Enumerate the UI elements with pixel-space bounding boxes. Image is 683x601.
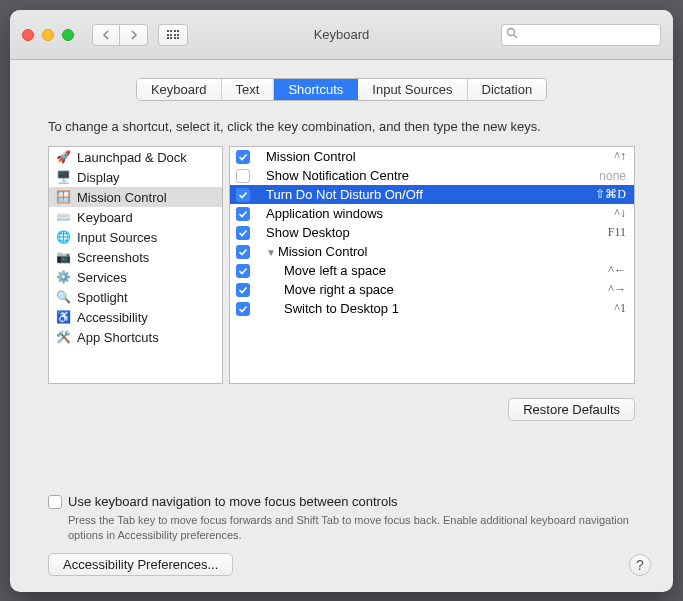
show-all-button[interactable] [158, 24, 188, 46]
accessibility-preferences-button[interactable]: Accessibility Preferences... [48, 553, 233, 576]
tab-shortcuts[interactable]: Shortcuts [274, 79, 358, 100]
instruction-text: To change a shortcut, select it, click t… [48, 119, 635, 134]
shortcut-row[interactable]: Switch to Desktop 1^1 [230, 299, 634, 318]
shortcut-checkbox[interactable] [236, 226, 250, 240]
shortcut-keys[interactable]: ^↑ [614, 149, 626, 164]
shortcut-keys[interactable]: ⇧⌘D [595, 187, 626, 202]
sidebar-item-label: Input Sources [77, 230, 157, 245]
shortcut-label: Show Notification Centre [258, 168, 591, 183]
chevron-left-icon [102, 30, 110, 40]
shortcut-label: Switch to Desktop 1 [258, 301, 606, 316]
spotlight-icon: 🔍 [55, 289, 71, 305]
mission-control-icon: 🪟 [55, 189, 71, 205]
shortcut-keys[interactable]: none [599, 169, 626, 183]
shortcut-checkbox[interactable] [236, 188, 250, 202]
sidebar-item-input-sources[interactable]: 🌐Input Sources [49, 227, 222, 247]
grid-icon [167, 30, 180, 39]
shortcut-keys[interactable]: F11 [608, 225, 626, 240]
system-preferences-window: Keyboard KeyboardTextShortcutsInput Sour… [10, 10, 673, 592]
shortcut-checkbox[interactable] [236, 283, 250, 297]
close-window-button[interactable] [22, 29, 34, 41]
forward-button[interactable] [120, 24, 148, 46]
search-icon [506, 27, 518, 42]
shortcut-row[interactable]: Move right a space^→ [230, 280, 634, 299]
shortcut-label: Mission Control [258, 149, 606, 164]
keyboard-icon: ⌨️ [55, 209, 71, 225]
keyboard-nav-help: Press the Tab key to move focus forwards… [48, 513, 635, 543]
restore-row: Restore Defaults [48, 398, 635, 421]
category-sidebar[interactable]: 🚀Launchpad & Dock🖥️Display🪟Mission Contr… [48, 146, 223, 384]
services-icon: ⚙️ [55, 269, 71, 285]
keyboard-nav-checkbox[interactable] [48, 495, 62, 509]
chevron-right-icon [130, 30, 138, 40]
shortcut-checkbox[interactable] [236, 150, 250, 164]
zoom-window-button[interactable] [62, 29, 74, 41]
keyboard-nav-checkbox-row[interactable]: Use keyboard navigation to move focus be… [48, 494, 635, 509]
disclosure-triangle-icon[interactable]: ▼ [266, 247, 276, 258]
display-icon: 🖥️ [55, 169, 71, 185]
shortcut-label: Move left a space [258, 263, 600, 278]
content-area: To change a shortcut, select it, click t… [10, 107, 673, 472]
shortcut-keys[interactable]: ^1 [614, 301, 626, 316]
shortcut-label: Move right a space [258, 282, 600, 297]
restore-defaults-button[interactable]: Restore Defaults [508, 398, 635, 421]
shortcut-checkbox[interactable] [236, 169, 250, 183]
shortcuts-list[interactable]: Mission Control^↑Show Notification Centr… [229, 146, 635, 384]
sidebar-item-display[interactable]: 🖥️Display [49, 167, 222, 187]
nav-group [92, 24, 148, 46]
minimize-window-button[interactable] [42, 29, 54, 41]
sidebar-item-label: Keyboard [77, 210, 133, 225]
shortcut-checkbox[interactable] [236, 302, 250, 316]
shortcut-row[interactable]: Turn Do Not Disturb On/Off⇧⌘D [230, 185, 634, 204]
sidebar-item-label: Accessibility [77, 310, 148, 325]
shortcut-row[interactable]: Mission Control^↑ [230, 147, 634, 166]
sidebar-item-label: Services [77, 270, 127, 285]
sidebar-item-label: Launchpad & Dock [77, 150, 187, 165]
tab-keyboard[interactable]: Keyboard [137, 79, 222, 100]
shortcut-label: Application windows [258, 206, 606, 221]
input-sources-icon: 🌐 [55, 229, 71, 245]
shortcut-keys[interactable]: ^→ [608, 282, 626, 297]
svg-point-0 [508, 29, 515, 36]
sidebar-item-label: Screenshots [77, 250, 149, 265]
shortcut-label: Turn Do Not Disturb On/Off [258, 187, 587, 202]
shortcut-label: ▼Mission Control [258, 244, 618, 259]
shortcut-row[interactable]: Move left a space^← [230, 261, 634, 280]
search-input[interactable] [522, 28, 672, 42]
sidebar-item-label: App Shortcuts [77, 330, 159, 345]
sidebar-item-accessibility[interactable]: ♿Accessibility [49, 307, 222, 327]
sidebar-item-label: Spotlight [77, 290, 128, 305]
sidebar-item-keyboard[interactable]: ⌨️Keyboard [49, 207, 222, 227]
sidebar-item-label: Mission Control [77, 190, 167, 205]
shortcut-keys[interactable]: ^↓ [614, 206, 626, 221]
tab-dictation[interactable]: Dictation [468, 79, 547, 100]
sidebar-item-services[interactable]: ⚙️Services [49, 267, 222, 287]
shortcut-checkbox[interactable] [236, 245, 250, 259]
tab-input-sources[interactable]: Input Sources [358, 79, 467, 100]
svg-line-1 [514, 35, 517, 38]
sidebar-item-app-shortcuts[interactable]: 🛠️App Shortcuts [49, 327, 222, 347]
shortcut-checkbox[interactable] [236, 207, 250, 221]
shortcut-label: Show Desktop [258, 225, 600, 240]
back-button[interactable] [92, 24, 120, 46]
launchpad-dock-icon: 🚀 [55, 149, 71, 165]
shortcut-row[interactable]: Show Notification Centrenone [230, 166, 634, 185]
sidebar-item-mission-control[interactable]: 🪟Mission Control [49, 187, 222, 207]
search-field[interactable] [501, 24, 661, 46]
help-button[interactable]: ? [629, 554, 651, 576]
shortcut-row[interactable]: ▼Mission Control [230, 242, 634, 261]
tab-text[interactable]: Text [222, 79, 275, 100]
shortcut-row[interactable]: Show DesktopF11 [230, 223, 634, 242]
sidebar-item-label: Display [77, 170, 120, 185]
keyboard-nav-label: Use keyboard navigation to move focus be… [68, 494, 398, 509]
shortcut-keys[interactable]: ^← [608, 263, 626, 278]
accessibility-icon: ♿ [55, 309, 71, 325]
sidebar-item-spotlight[interactable]: 🔍Spotlight [49, 287, 222, 307]
footer: Use keyboard navigation to move focus be… [10, 472, 673, 592]
shortcut-checkbox[interactable] [236, 264, 250, 278]
sidebar-item-launchpad-dock[interactable]: 🚀Launchpad & Dock [49, 147, 222, 167]
sidebar-item-screenshots[interactable]: 📷Screenshots [49, 247, 222, 267]
panes: 🚀Launchpad & Dock🖥️Display🪟Mission Contr… [48, 146, 635, 384]
shortcut-row[interactable]: Application windows^↓ [230, 204, 634, 223]
tabs-row: KeyboardTextShortcutsInput SourcesDictat… [10, 60, 673, 107]
